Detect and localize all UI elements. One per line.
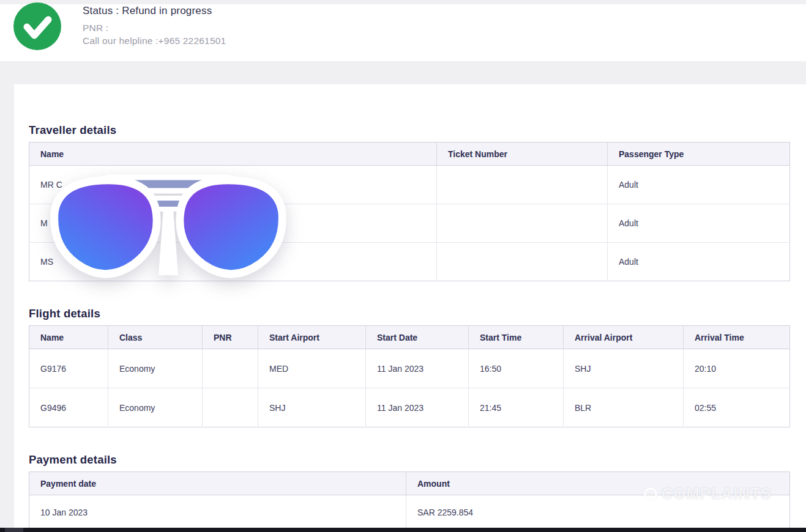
start-airport-cell: MED [258, 349, 366, 388]
traveller-col-passenger-type: Passenger Type [608, 142, 790, 166]
payment-table: Payment date Amount 10 Jan 2023 SAR 2259… [29, 471, 790, 528]
traveller-col-name: Name [29, 142, 437, 166]
ticket-number-cell [437, 204, 608, 243]
start-airport-cell: SHJ [258, 388, 366, 427]
flight-class-cell: Economy [108, 349, 203, 388]
flight-col-start-date: Start Date [366, 326, 469, 349]
helpline-text: Call our helpline :+965 22261501 [83, 35, 226, 46]
traveller-section-title: Traveller details [29, 124, 806, 137]
table-row: G9496 Economy SHJ 11 Jan 2023 21:45 BLR … [29, 388, 790, 427]
traveller-header-row: Name Ticket Number Passenger Type [29, 142, 790, 166]
bottom-bar [0, 528, 806, 532]
flight-section-title: Flight details [29, 307, 806, 320]
flight-col-arrival-time: Arrival Time [684, 326, 790, 349]
payment-section-title: Payment details [29, 453, 806, 467]
start-date-cell: 11 Jan 2023 [366, 349, 469, 388]
flight-header-row: Name Class PNR Start Airport Start Date … [29, 326, 790, 349]
flight-name-cell: G9176 [29, 349, 108, 388]
ticket-number-cell [437, 166, 608, 204]
flight-name-cell: G9496 [29, 388, 108, 427]
flight-col-class: Class [108, 326, 203, 349]
status-title: Status : Refund in progress [83, 5, 226, 17]
start-time-cell: 21:45 [469, 388, 564, 427]
arrival-airport-cell: SHJ [564, 349, 684, 388]
payment-header-row: Payment date Amount [29, 472, 790, 495]
status-banner: Status : Refund in progress PNR : Call o… [0, 4, 806, 61]
start-time-cell: 16:50 [469, 349, 564, 388]
flight-col-arrival-airport: Arrival Airport [564, 326, 684, 349]
payment-col-amount: Amount [406, 472, 790, 495]
payment-amount-cell: SAR 2259.854 [406, 495, 790, 528]
table-row: G9176 Economy MED 11 Jan 2023 16:50 SHJ … [29, 349, 790, 388]
flight-class-cell: Economy [108, 388, 203, 427]
start-date-cell: 11 Jan 2023 [366, 388, 469, 427]
flight-col-start-time: Start Time [469, 326, 564, 349]
pnr-label: PNR : [83, 23, 226, 34]
flight-col-start-airport: Start Airport [258, 326, 366, 349]
arrival-time-cell: 20:10 [684, 349, 790, 388]
passenger-type-cell: Adult [608, 204, 790, 243]
flight-col-name: Name [29, 326, 108, 349]
ticket-number-cell [437, 243, 608, 281]
sunglasses-redaction-icon [46, 172, 291, 283]
passenger-type-cell: Adult [608, 166, 790, 204]
flight-pnr-cell [203, 349, 258, 388]
passenger-type-cell: Adult [608, 243, 790, 281]
check-circle-icon [13, 2, 61, 50]
traveller-col-ticket-number: Ticket Number [437, 142, 608, 166]
payment-col-date: Payment date [29, 472, 406, 495]
bottom-bar-segment [5, 528, 23, 532]
arrival-time-cell: 02:55 [684, 388, 790, 427]
flight-pnr-cell [203, 388, 258, 427]
booking-details-card: Traveller details Name Ticket Number Pas… [14, 84, 806, 528]
table-row: 10 Jan 2023 SAR 2259.854 [29, 495, 790, 528]
payment-date-cell: 10 Jan 2023 [29, 495, 406, 528]
flight-col-pnr: PNR [203, 326, 258, 349]
arrival-airport-cell: BLR [564, 388, 684, 427]
flight-table: Name Class PNR Start Airport Start Date … [29, 325, 790, 427]
